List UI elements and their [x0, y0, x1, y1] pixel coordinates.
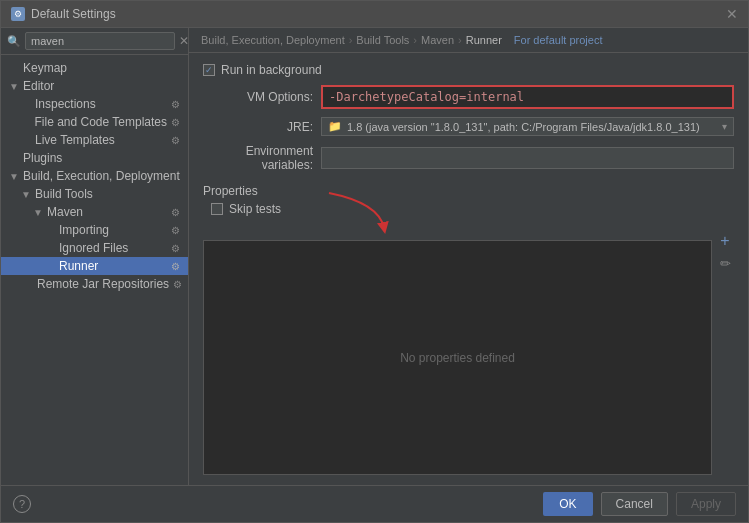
vm-options-input-wrap	[321, 85, 734, 109]
chevron-down-icon: ▾	[722, 121, 727, 132]
main-panel: Build, Execution, Deployment › Build Too…	[189, 28, 748, 485]
jre-label: JRE:	[203, 120, 313, 134]
properties-area: No properties defined + ✏	[203, 232, 734, 475]
settings-icon: ⚙	[171, 261, 180, 272]
breadcrumb-current: Runner	[466, 34, 502, 46]
search-clear-icon[interactable]: ✕	[179, 34, 189, 48]
dialog-title: Default Settings	[31, 7, 116, 21]
jre-row: JRE: 📁 1.8 (java version "1.8.0_131", pa…	[203, 117, 734, 136]
ok-button[interactable]: OK	[543, 492, 592, 516]
sidebar-item-remote-jar[interactable]: Remote Jar Repositories ⚙	[1, 275, 188, 293]
skip-tests-row: Skip tests	[203, 202, 734, 216]
cancel-button[interactable]: Cancel	[601, 492, 668, 516]
sidebar-item-file-code-templates[interactable]: File and Code Templates ⚙	[1, 113, 188, 131]
sidebar-item-label: Live Templates	[35, 133, 115, 147]
breadcrumb: Build, Execution, Deployment › Build Too…	[189, 28, 748, 53]
breadcrumb-sep-3: ›	[458, 34, 462, 46]
sidebar-item-label: File and Code Templates	[34, 115, 167, 129]
run-in-background-label: Run in background	[221, 63, 322, 77]
props-toolbar: + ✏	[712, 232, 734, 475]
help-button[interactable]: ?	[13, 495, 31, 513]
properties-label: Properties	[203, 184, 734, 198]
env-variables-input[interactable]	[321, 147, 734, 169]
add-property-button[interactable]: +	[716, 232, 734, 250]
sidebar-item-label: Keymap	[23, 61, 67, 75]
sidebar-item-label: Runner	[59, 259, 98, 273]
sidebar-item-label: Build, Execution, Deployment	[23, 169, 180, 183]
arrow-icon: ▼	[9, 81, 19, 92]
settings-icon: ⚙	[171, 207, 180, 218]
sidebar-item-live-templates[interactable]: Live Templates ⚙	[1, 131, 188, 149]
sidebar-item-label: Inspections	[35, 97, 96, 111]
settings-icon: ⚙	[171, 243, 180, 254]
sidebar-item-runner[interactable]: Runner ⚙	[1, 257, 188, 275]
breadcrumb-part-1: Build, Execution, Deployment	[201, 34, 345, 46]
dialog: ⚙ Default Settings ✕ 🔍 ✕ Keymap ▼	[0, 0, 749, 523]
env-variables-label: Environment variables:	[203, 144, 313, 172]
sidebar-item-importing[interactable]: Importing ⚙	[1, 221, 188, 239]
bottom-left: ?	[13, 495, 31, 513]
sidebar-item-build-exec-deploy[interactable]: ▼ Build, Execution, Deployment	[1, 167, 188, 185]
search-input[interactable]	[25, 32, 175, 50]
sidebar-item-label: Editor	[23, 79, 54, 93]
breadcrumb-sep-1: ›	[349, 34, 353, 46]
run-in-background-checkbox[interactable]	[203, 64, 215, 76]
dialog-icon: ⚙	[11, 7, 25, 21]
close-button[interactable]: ✕	[726, 7, 738, 21]
sidebar: 🔍 ✕ Keymap ▼ Editor Inspections	[1, 28, 189, 485]
apply-button[interactable]: Apply	[676, 492, 736, 516]
main-content: 🔍 ✕ Keymap ▼ Editor Inspections	[1, 28, 748, 485]
sidebar-item-label: Remote Jar Repositories	[37, 277, 169, 291]
vm-options-input[interactable]	[323, 87, 732, 107]
breadcrumb-sep-2: ›	[413, 34, 417, 46]
settings-icon: ⚙	[171, 117, 180, 128]
search-bar: 🔍 ✕	[1, 28, 188, 55]
help-label: ?	[19, 498, 25, 510]
title-bar-left: ⚙ Default Settings	[11, 7, 116, 21]
title-bar: ⚙ Default Settings ✕	[1, 1, 748, 28]
settings-icon: ⚙	[173, 279, 182, 290]
env-variables-row: Environment variables:	[203, 144, 734, 172]
sidebar-item-label: Maven	[47, 205, 83, 219]
sidebar-item-inspections[interactable]: Inspections ⚙	[1, 95, 188, 113]
sidebar-item-build-tools[interactable]: ▼ Build Tools	[1, 185, 188, 203]
panel-content: Run in background VM Options: JRE: 📁 1.8…	[189, 53, 748, 485]
breadcrumb-part-3: Maven	[421, 34, 454, 46]
skip-tests-label: Skip tests	[229, 202, 281, 216]
sidebar-item-ignored-files[interactable]: Ignored Files ⚙	[1, 239, 188, 257]
arrow-icon: ▼	[33, 207, 43, 218]
sidebar-item-editor[interactable]: ▼ Editor	[1, 77, 188, 95]
sidebar-item-label: Ignored Files	[59, 241, 128, 255]
sidebar-item-label: Build Tools	[35, 187, 93, 201]
no-properties-text: No properties defined	[400, 351, 515, 365]
settings-icon: ⚙	[171, 99, 180, 110]
sidebar-item-keymap[interactable]: Keymap	[1, 59, 188, 77]
arrow-icon: ▼	[21, 189, 31, 200]
edit-property-button[interactable]: ✏	[716, 254, 734, 272]
sidebar-item-label: Importing	[59, 223, 109, 237]
sidebar-item-label: Plugins	[23, 151, 62, 165]
jre-value-text: 1.8 (java version "1.8.0_131", path: C:/…	[347, 121, 722, 133]
sidebar-item-plugins[interactable]: Plugins	[1, 149, 188, 167]
sidebar-tree: Keymap ▼ Editor Inspections ⚙ File and C…	[1, 55, 188, 485]
skip-tests-checkbox[interactable]	[211, 203, 223, 215]
bottom-bar: ? OK Cancel Apply	[1, 485, 748, 522]
folder-icon: 📁	[328, 120, 342, 133]
search-icon: 🔍	[7, 35, 21, 48]
settings-icon: ⚙	[171, 225, 180, 236]
vm-options-label: VM Options:	[203, 90, 313, 104]
bottom-right: OK Cancel Apply	[543, 492, 736, 516]
properties-section: Properties Skip tests	[203, 184, 734, 216]
vm-options-row: VM Options:	[203, 85, 734, 109]
run-in-background-row: Run in background	[203, 63, 734, 77]
sidebar-item-maven[interactable]: ▼ Maven ⚙	[1, 203, 188, 221]
properties-table: No properties defined	[203, 240, 712, 475]
jre-select[interactable]: 📁 1.8 (java version "1.8.0_131", path: C…	[321, 117, 734, 136]
for-default-label: For default project	[514, 34, 603, 46]
arrow-icon: ▼	[9, 171, 19, 182]
breadcrumb-part-2: Build Tools	[356, 34, 409, 46]
settings-icon: ⚙	[171, 135, 180, 146]
